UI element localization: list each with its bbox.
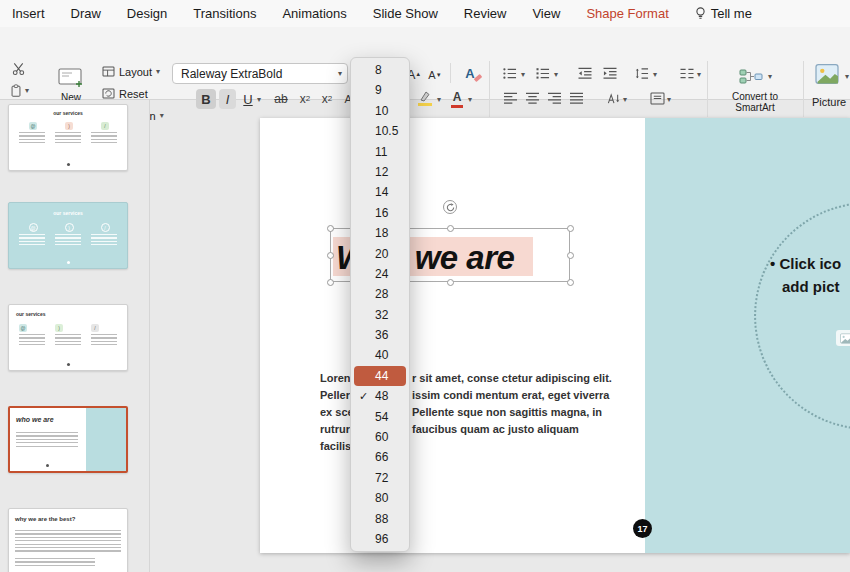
clear-formatting-button[interactable]: A xyxy=(460,64,480,83)
font-size-option[interactable]: 8 xyxy=(351,60,409,80)
menu-tell-me[interactable]: Tell me xyxy=(695,6,752,21)
insert-picture-placeholder-icon[interactable] xyxy=(836,330,850,346)
font-size-option[interactable]: 36 xyxy=(351,325,409,345)
align-text-button[interactable] xyxy=(648,91,666,106)
font-size-option[interactable]: 32 xyxy=(351,305,409,325)
columns-button[interactable] xyxy=(678,66,696,81)
font-size-option[interactable]: 11 xyxy=(351,142,409,162)
align-left-button[interactable] xyxy=(501,91,519,106)
font-size-option[interactable]: 88 xyxy=(351,509,409,529)
underline-button[interactable]: U xyxy=(240,89,256,109)
font-size-option[interactable]: 60 xyxy=(351,427,409,447)
chevron-down-icon: ▾ xyxy=(697,71,701,79)
menu-tell-me-label: Tell me xyxy=(711,6,752,21)
columns-icon xyxy=(679,67,695,80)
text-lines xyxy=(55,234,81,247)
increase-indent-icon xyxy=(602,67,618,80)
service-icon: ) xyxy=(65,223,74,232)
decrease-indent-button[interactable] xyxy=(576,66,594,81)
reset-button[interactable]: Reset xyxy=(102,86,148,101)
picture-button[interactable] xyxy=(812,63,842,85)
text-direction-button[interactable] xyxy=(604,91,622,106)
font-size-option[interactable]: 28 xyxy=(351,284,409,304)
menu-view[interactable]: View xyxy=(532,6,560,21)
selection-handle-n[interactable] xyxy=(447,225,454,232)
font-size-option[interactable]: 40 xyxy=(351,345,409,365)
slide-thumbnail-4-selected[interactable]: who we are xyxy=(8,406,128,473)
pagination-dot xyxy=(46,464,49,467)
italic-button[interactable]: I xyxy=(219,89,236,109)
lightbulb-icon xyxy=(695,7,706,20)
font-size-option[interactable]: 66 xyxy=(351,447,409,467)
bullet-list-button[interactable] xyxy=(501,66,519,81)
subscript-mark: 2 xyxy=(328,94,332,103)
selection-handle-nw[interactable] xyxy=(327,225,334,232)
service-icon: ) xyxy=(65,122,73,130)
font-size-option[interactable]: 10.5 xyxy=(351,121,409,141)
font-size-option[interactable]: 10 xyxy=(351,101,409,121)
font-size-option-current[interactable]: ✓ 48 xyxy=(351,386,409,406)
menu-animations[interactable]: Animations xyxy=(282,6,346,21)
menu-transitions[interactable]: Transitions xyxy=(193,6,256,21)
slide-thumbnail-5[interactable]: why we are the best? xyxy=(8,508,128,572)
divider xyxy=(707,61,708,117)
selection-handle-e[interactable] xyxy=(567,252,574,259)
slide-thumbnail-3[interactable]: our services @ ) / xyxy=(8,304,128,371)
align-center-button[interactable] xyxy=(523,91,541,106)
shrink-font-button[interactable]: A▼ xyxy=(426,67,444,83)
slide-thumbnail-2[interactable]: our services @ ) / xyxy=(8,202,128,269)
menu-design[interactable]: Design xyxy=(127,6,167,21)
clipboard-icon xyxy=(9,83,23,99)
chevron-down-icon: ▾ xyxy=(667,96,671,104)
menu-insert[interactable]: Insert xyxy=(12,6,45,21)
slide-thumbnail-1[interactable]: our services @ ) / xyxy=(8,104,128,171)
chevron-down-icon: ▾ xyxy=(768,73,772,81)
subscript-button[interactable]: x2 xyxy=(318,90,336,107)
line-spacing-icon xyxy=(634,67,650,80)
align-right-button[interactable] xyxy=(545,91,563,106)
font-size-option-highlighted[interactable]: 44 xyxy=(354,366,406,386)
selection-handle-w[interactable] xyxy=(327,252,334,259)
font-size-option[interactable]: 54 xyxy=(351,407,409,427)
menu-slide-show[interactable]: Slide Show xyxy=(373,6,438,21)
paste-button[interactable]: ▾ xyxy=(5,81,33,101)
reset-label: Reset xyxy=(119,88,148,100)
selection-handle-s[interactable] xyxy=(447,279,454,286)
menu-draw[interactable]: Draw xyxy=(71,6,101,21)
menu-review[interactable]: Review xyxy=(464,6,507,21)
selection-handle-ne[interactable] xyxy=(567,225,574,232)
font-size-option[interactable]: 20 xyxy=(351,244,409,264)
font-size-option[interactable]: 14 xyxy=(351,182,409,202)
strikethrough-button[interactable]: ab xyxy=(271,91,291,107)
chevron-down-icon: ▾ xyxy=(156,68,160,76)
numbered-list-button[interactable] xyxy=(534,66,552,81)
font-size-option[interactable]: 80 xyxy=(351,488,409,508)
increase-indent-button[interactable] xyxy=(601,66,619,81)
highlight-color-button[interactable] xyxy=(415,87,435,109)
bold-button[interactable]: B xyxy=(196,89,216,109)
body-line-left: Peller xyxy=(320,389,350,401)
pagination-dot xyxy=(67,261,70,264)
superscript-button[interactable]: x2 xyxy=(296,90,314,107)
font-size-option[interactable]: 16 xyxy=(351,203,409,223)
shrink-font-letter: A xyxy=(428,69,435,81)
cut-button[interactable] xyxy=(8,59,28,77)
font-size-option[interactable]: 96 xyxy=(351,529,409,549)
layout-button[interactable]: Layout ▾ xyxy=(102,64,160,79)
font-size-option[interactable]: 18 xyxy=(351,223,409,243)
font-size-option[interactable]: 24 xyxy=(351,264,409,284)
convert-smartart-button[interactable] xyxy=(738,67,764,85)
rotation-handle[interactable] xyxy=(443,200,457,214)
justify-button[interactable] xyxy=(567,91,585,106)
menu-shape-format[interactable]: Shape Format xyxy=(586,6,668,21)
body-line-right: issim condi mentum erat, eget viverra xyxy=(412,389,609,401)
selection-handle-se[interactable] xyxy=(567,279,574,286)
font-size-option[interactable]: 72 xyxy=(351,468,409,488)
chevron-down-icon: ▾ xyxy=(333,69,347,78)
font-size-option[interactable]: 9 xyxy=(351,80,409,100)
font-color-button[interactable]: A xyxy=(449,88,465,109)
line-spacing-button[interactable] xyxy=(633,66,651,81)
selection-handle-sw[interactable] xyxy=(327,279,334,286)
font-size-option[interactable]: 12 xyxy=(351,162,409,182)
font-name-combo[interactable]: Raleway ExtraBold ▾ xyxy=(172,63,348,84)
